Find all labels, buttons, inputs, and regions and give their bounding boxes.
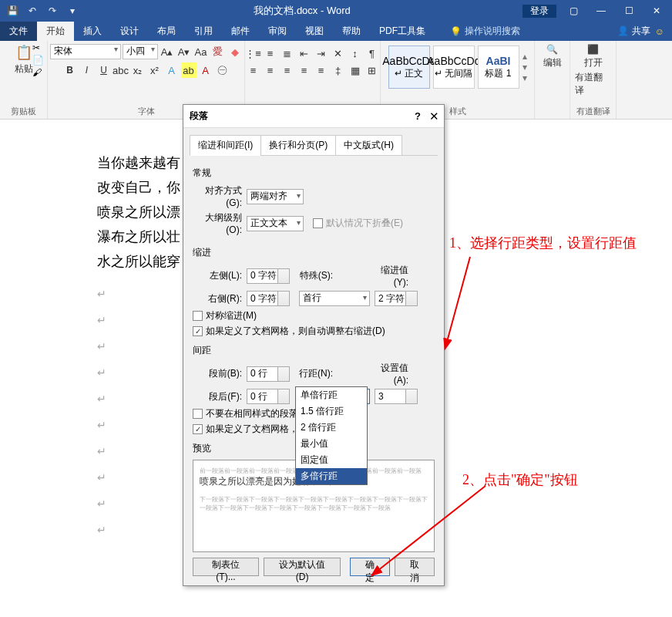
autogrid2-checkbox[interactable]: ✓ xyxy=(193,424,203,434)
tab-line-page-breaks[interactable]: 换行和分页(P) xyxy=(260,135,336,156)
left-indent-spinner[interactable]: 0 字符 xyxy=(247,268,290,284)
shading-icon[interactable]: ▦ xyxy=(348,62,363,78)
style-nospacing[interactable]: AaBbCcDc ↵ 无间隔 xyxy=(433,46,475,89)
font-color-icon[interactable]: A xyxy=(198,62,213,78)
right-indent-spinner[interactable]: 0 字符 xyxy=(247,291,290,306)
dec-indent-icon[interactable]: ⇤ xyxy=(297,46,312,61)
drop-fixed[interactable]: 固定值 xyxy=(296,452,367,468)
smiley-icon[interactable]: ☺ xyxy=(655,26,664,37)
ribbon-options-icon[interactable]: ▢ xyxy=(559,0,587,22)
by-spinner[interactable]: 2 字符 xyxy=(375,291,418,306)
title-bar: 💾 ↶ ↷ ▾ 我的文档.docx - Word 登录 ▢ — ☐ ✕ xyxy=(0,0,672,22)
drop-single[interactable]: 单倍行距 xyxy=(296,387,367,403)
style-heading1[interactable]: AaBI 标题 1 xyxy=(478,46,519,89)
distributed-icon[interactable]: ≡ xyxy=(314,62,329,78)
styles-more-icon[interactable]: ▾ xyxy=(522,72,527,83)
text-effects-icon[interactable]: A xyxy=(164,62,180,78)
dialog-close-icon[interactable]: ✕ xyxy=(429,110,439,123)
phonetic-icon[interactable]: 愛 xyxy=(210,44,226,59)
strike-icon[interactable]: abc xyxy=(113,62,129,78)
align-right-icon[interactable]: ≡ xyxy=(280,62,295,78)
edit-button[interactable]: 🔍 编辑 xyxy=(543,44,562,69)
drop-double[interactable]: 2 倍行距 xyxy=(296,420,367,436)
underline-icon[interactable]: U xyxy=(96,62,112,78)
linespacing-label: 行距(N): xyxy=(294,367,333,380)
superscript-icon[interactable]: x² xyxy=(147,62,163,78)
tab-asian-typography[interactable]: 中文版式(H) xyxy=(335,135,402,156)
default-button[interactable]: 设为默认值(D) xyxy=(264,558,341,576)
copy-icon[interactable]: 📄 xyxy=(32,55,44,66)
multilevel-icon[interactable]: ≣ xyxy=(280,46,295,61)
share-button[interactable]: 👤 共享 xyxy=(617,25,650,38)
italic-icon[interactable]: I xyxy=(79,62,95,78)
collapse-checkbox[interactable] xyxy=(313,218,323,228)
mirror-checkbox[interactable] xyxy=(193,311,203,321)
autogrid1-checkbox[interactable]: ✓ xyxy=(193,326,203,336)
bullets-icon[interactable]: ⋮≡ xyxy=(246,46,261,61)
save-icon[interactable]: 💾 xyxy=(3,2,22,20)
drop-multi[interactable]: 多倍行距 xyxy=(296,468,367,484)
format-painter-icon[interactable]: 🖌 xyxy=(32,67,44,78)
undo-icon[interactable]: ↶ xyxy=(23,2,42,20)
maximize-icon[interactable]: ☐ xyxy=(615,0,643,22)
before-spinner[interactable]: 0 行 xyxy=(247,366,290,382)
tab-mailings[interactable]: 邮件 xyxy=(222,22,259,41)
ok-button[interactable]: 确定 xyxy=(350,558,390,576)
font-name-select[interactable]: 宋体 xyxy=(50,44,121,59)
sort-icon[interactable]: ↕ xyxy=(348,46,363,61)
line-spacing-icon[interactable]: ‡ xyxy=(331,62,346,78)
redo-icon[interactable]: ↷ xyxy=(43,2,62,20)
tab-view[interactable]: 视图 xyxy=(296,22,333,41)
styles-down-icon[interactable]: ▾ xyxy=(522,62,527,72)
subscript-icon[interactable]: x₂ xyxy=(130,62,146,78)
login-button[interactable]: 登录 xyxy=(522,5,556,18)
special-indent-select[interactable]: 首行 xyxy=(299,291,370,306)
cancel-button[interactable]: 取消 xyxy=(395,558,435,576)
asian-layout-icon[interactable]: ✕ xyxy=(331,46,346,61)
nosame-checkbox[interactable] xyxy=(193,409,203,419)
tab-layout[interactable]: 布局 xyxy=(148,22,185,41)
tab-home[interactable]: 开始 xyxy=(37,22,74,41)
enclose-icon[interactable]: ㊀ xyxy=(215,62,230,78)
after-spinner[interactable]: 0 行 xyxy=(247,389,290,404)
tab-references[interactable]: 引用 xyxy=(185,22,222,41)
paste-button[interactable]: 📋 粘贴 xyxy=(15,44,33,76)
style-normal[interactable]: AaBbCcDc ↵ 正文 xyxy=(388,46,430,89)
borders-icon[interactable]: ⊞ xyxy=(365,62,380,78)
grow-font-icon[interactable]: A▴ xyxy=(160,44,175,59)
font-size-select[interactable]: 小四 xyxy=(123,44,158,59)
qat-customize-icon[interactable]: ▾ xyxy=(63,2,82,20)
tab-indent-spacing[interactable]: 缩进和间距(I) xyxy=(190,135,261,156)
youdao-button[interactable]: ⬛ 打开 有道翻译 xyxy=(575,44,611,97)
bold-icon[interactable]: B xyxy=(62,62,78,78)
cut-icon[interactable]: ✂ xyxy=(32,42,44,53)
dialog-titlebar[interactable]: 段落 ? ✕ xyxy=(183,105,444,128)
inc-indent-icon[interactable]: ⇥ xyxy=(314,46,329,61)
tabs-button[interactable]: 制表位(T)... xyxy=(193,558,259,576)
align-left-icon[interactable]: ≡ xyxy=(246,62,261,78)
align-center-icon[interactable]: ≡ xyxy=(263,62,278,78)
alignment-select[interactable]: 两端对齐 xyxy=(247,189,304,204)
outline-select[interactable]: 正文文本 xyxy=(247,216,304,231)
change-case-icon[interactable]: Aa xyxy=(193,44,209,59)
show-marks-icon[interactable]: ¶ xyxy=(365,46,380,61)
tab-review[interactable]: 审阅 xyxy=(259,22,296,41)
drop-min[interactable]: 最小值 xyxy=(296,436,367,452)
minimize-icon[interactable]: — xyxy=(587,0,615,22)
dialog-help-icon[interactable]: ? xyxy=(415,110,421,122)
tab-pdf[interactable]: PDF工具集 xyxy=(370,22,435,41)
tab-file[interactable]: 文件 xyxy=(0,22,37,41)
drop-onehalf[interactable]: 1.5 倍行距 xyxy=(296,403,367,420)
tab-help[interactable]: 帮助 xyxy=(333,22,370,41)
numbering-icon[interactable]: ≡ xyxy=(263,46,278,61)
at-spinner[interactable]: 3 xyxy=(375,389,418,404)
align-justify-icon[interactable]: ≡ xyxy=(297,62,312,78)
styles-up-icon[interactable]: ▴ xyxy=(522,51,527,62)
tab-design[interactable]: 设计 xyxy=(111,22,148,41)
highlight-icon[interactable]: ab xyxy=(181,62,197,78)
close-icon[interactable]: ✕ xyxy=(643,0,670,22)
clear-format-icon[interactable]: ◆ xyxy=(227,44,243,59)
shrink-font-icon[interactable]: A▾ xyxy=(176,44,192,59)
tell-me-search[interactable]: 💡 操作说明搜索 xyxy=(450,25,520,38)
tab-insert[interactable]: 插入 xyxy=(74,22,111,41)
